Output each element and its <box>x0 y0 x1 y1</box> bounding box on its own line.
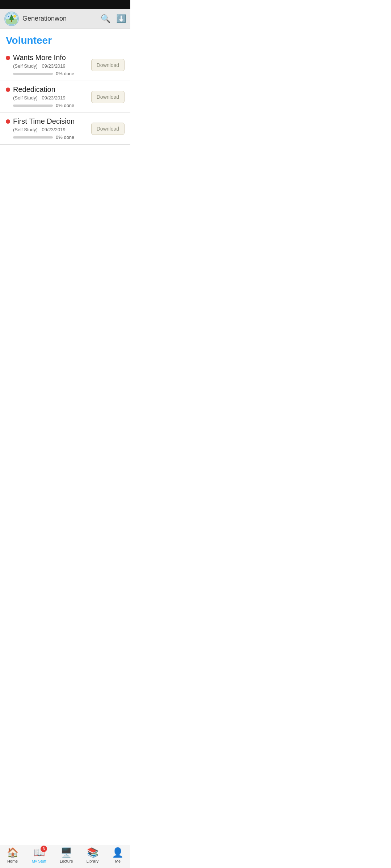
red-dot-2 <box>6 88 10 92</box>
content-area: Volunteer Wants More Info (Self Study) 0… <box>0 29 130 174</box>
progress-text-3: 0% done <box>56 135 74 140</box>
progress-text-2: 0% done <box>56 103 74 108</box>
item-title-1: Wants More Info <box>13 54 87 62</box>
header: Generationwon 🔍 ⬇️ <box>0 9 130 29</box>
header-icons: 🔍 ⬇️ <box>101 14 126 24</box>
item-meta-3: (Self Study) 09/23/2019 <box>13 127 87 132</box>
download-button-1[interactable]: Download <box>91 59 125 71</box>
svg-point-5 <box>13 15 16 17</box>
item-title-2: Rededication <box>13 85 87 94</box>
item-content-3: First Time Decision (Self Study) 09/23/2… <box>13 117 87 140</box>
item-title-3: First Time Decision <box>13 117 87 125</box>
item-content-1: Wants More Info (Self Study) 09/23/2019 … <box>13 54 87 76</box>
item-meta-1: (Self Study) 09/23/2019 <box>13 63 87 69</box>
status-bar <box>0 0 130 9</box>
item-type-3: (Self Study) <box>13 127 38 132</box>
download-button-2[interactable]: Download <box>91 91 125 103</box>
progress-container-2: 0% done <box>13 103 87 108</box>
page-title: Volunteer <box>0 29 130 49</box>
item-type-1: (Self Study) <box>13 63 38 69</box>
download-button-3[interactable]: Download <box>91 123 125 135</box>
app-logo <box>4 12 19 26</box>
progress-container-3: 0% done <box>13 135 87 140</box>
item-date-1: 09/23/2019 <box>42 63 66 69</box>
item-date-3: 09/23/2019 <box>42 127 66 132</box>
red-dot-3 <box>6 119 10 124</box>
red-dot-1 <box>6 56 10 60</box>
items-list: Wants More Info (Self Study) 09/23/2019 … <box>0 49 130 145</box>
progress-container-1: 0% done <box>13 71 87 76</box>
sort-icon[interactable]: ⬇️ <box>116 14 126 24</box>
item-date-2: 09/23/2019 <box>42 95 66 101</box>
search-icon[interactable]: 🔍 <box>101 14 110 24</box>
item-meta-2: (Self Study) 09/23/2019 <box>13 95 87 101</box>
progress-bar-2 <box>13 105 53 107</box>
progress-bar-3 <box>13 136 53 139</box>
header-title: Generationwon <box>22 15 101 22</box>
item-content-2: Rededication (Self Study) 09/23/2019 0% … <box>13 85 87 108</box>
list-item: Wants More Info (Self Study) 09/23/2019 … <box>0 49 130 81</box>
progress-bar-1 <box>13 73 53 75</box>
progress-text-1: 0% done <box>56 71 74 76</box>
list-item: First Time Decision (Self Study) 09/23/2… <box>0 113 130 145</box>
item-type-2: (Self Study) <box>13 95 38 101</box>
list-item: Rededication (Self Study) 09/23/2019 0% … <box>0 81 130 113</box>
